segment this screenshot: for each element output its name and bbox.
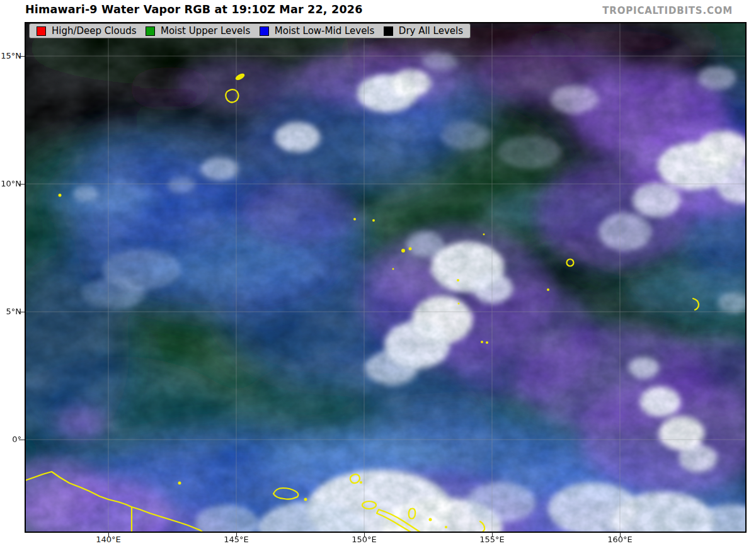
legend-label: High/Deep Clouds — [52, 25, 137, 37]
lon-tick-mark — [236, 532, 237, 537]
legend-label: Moist Upper Levels — [161, 25, 250, 37]
lat-tick-label: 5°N — [0, 307, 21, 316]
legend-label: Dry All Levels — [399, 25, 463, 37]
lat-tick-mark — [19, 312, 25, 312]
lat-tick-mark — [19, 184, 25, 185]
site-watermark: TROPICALTIDBITS.COM — [602, 5, 733, 16]
lat-tick-mark — [19, 440, 25, 440]
legend: High/Deep CloudsMoist Upper LevelsMoist … — [29, 23, 471, 38]
legend-item: Moist Upper Levels — [146, 25, 250, 37]
legend-item: Moist Low-Mid Levels — [260, 25, 375, 37]
lon-tick-mark — [620, 532, 621, 537]
satellite-image — [25, 23, 746, 532]
legend-item: Dry All Levels — [384, 25, 463, 37]
legend-color-swatch — [384, 26, 393, 36]
legend-color-swatch — [260, 26, 269, 36]
lat-tick-mark — [19, 56, 25, 57]
legend-color-swatch — [37, 26, 46, 36]
page: { "header": { "title": "Himawari-9 Water… — [0, 0, 756, 546]
legend-item: High/Deep Clouds — [37, 25, 137, 37]
lon-tick-mark — [108, 532, 109, 537]
lat-tick-label: 10°N — [0, 179, 21, 188]
legend-label: Moist Low-Mid Levels — [275, 25, 375, 37]
lon-tick-mark — [492, 532, 493, 537]
lon-tick-mark — [364, 532, 365, 537]
page-title: Himawari-9 Water Vapor RGB at 19:10Z Mar… — [25, 3, 363, 16]
lat-tick-label: 15°N — [0, 52, 21, 60]
legend-color-swatch — [146, 26, 155, 36]
satellite-map — [25, 23, 746, 532]
lat-tick-label: 0° — [0, 435, 21, 443]
